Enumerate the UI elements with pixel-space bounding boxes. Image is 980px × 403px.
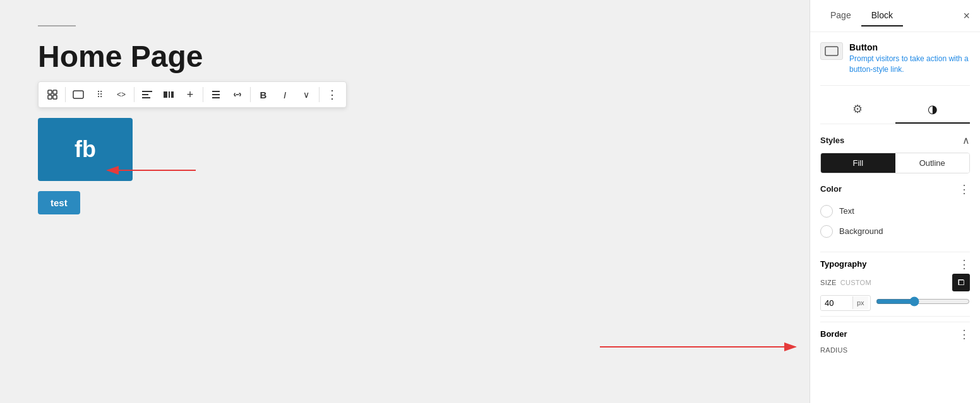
fb-button-label: fb bbox=[75, 136, 96, 163]
test-button-label: test bbox=[51, 197, 68, 208]
toolbar-divider-5 bbox=[319, 87, 320, 102]
background-color-label: Background bbox=[839, 226, 883, 236]
sidebar-close-btn[interactable]: × bbox=[963, 10, 970, 21]
align-wide-btn[interactable] bbox=[158, 85, 179, 105]
block-switcher-btn[interactable] bbox=[42, 85, 63, 105]
size-controls: px bbox=[820, 295, 970, 311]
svg-rect-1 bbox=[53, 90, 57, 94]
slider-wrap bbox=[876, 296, 970, 309]
button-inner-btn[interactable] bbox=[68, 85, 88, 105]
code-icon: <> bbox=[117, 90, 126, 99]
gear-icon: ⚙ bbox=[852, 102, 863, 116]
svg-rect-5 bbox=[142, 91, 152, 92]
sliders-icon: ⧠ bbox=[957, 278, 965, 287]
svg-rect-11 bbox=[212, 91, 220, 92]
border-more-btn[interactable]: ⋮ bbox=[959, 329, 970, 340]
top-divider bbox=[38, 25, 76, 26]
arrow-size bbox=[600, 334, 810, 359]
color-more-btn[interactable]: ⋮ bbox=[959, 184, 970, 195]
fill-outline-toggle: Fill Outline bbox=[820, 153, 970, 173]
color-label: Color bbox=[820, 184, 842, 194]
typography-label: Typography bbox=[820, 259, 866, 269]
styles-collapse-btn[interactable]: ∧ bbox=[962, 134, 970, 146]
color-text-row: Text bbox=[820, 201, 970, 221]
tab-block[interactable]: Block bbox=[861, 5, 903, 26]
size-custom-label: CUSTOM bbox=[840, 279, 871, 286]
size-input-wrap: px bbox=[820, 295, 871, 311]
plus-icon: + bbox=[187, 88, 194, 102]
svg-rect-4 bbox=[73, 91, 83, 98]
toolbar-divider-2 bbox=[134, 87, 134, 102]
block-details: Button Prompt visitors to take action wi… bbox=[849, 42, 970, 75]
svg-rect-7 bbox=[142, 97, 150, 98]
color-section: Color ⋮ Text Background bbox=[820, 184, 970, 242]
block-toolbar: ⠿ <> + B I bbox=[38, 81, 347, 108]
radius-label: RADIUS bbox=[820, 346, 847, 354]
svg-rect-8 bbox=[164, 91, 167, 98]
svg-rect-9 bbox=[169, 91, 170, 98]
svg-rect-3 bbox=[53, 95, 57, 99]
insert-btn[interactable]: + bbox=[180, 85, 200, 105]
more-rich-btn[interactable]: ∨ bbox=[296, 85, 316, 105]
code-btn[interactable]: <> bbox=[111, 85, 131, 105]
styles-label: Styles bbox=[820, 136, 844, 145]
svg-rect-13 bbox=[212, 97, 220, 98]
fill-btn[interactable]: Fill bbox=[821, 153, 895, 173]
toolbar-divider-3 bbox=[203, 87, 203, 102]
size-unit: px bbox=[852, 296, 868, 309]
background-color-swatch[interactable] bbox=[820, 225, 833, 238]
canvas-area: WITH THE PATCH: BACKEND(EDITOR) Home Pag… bbox=[0, 0, 810, 403]
more-options-icon: ⋮ bbox=[326, 88, 338, 102]
border-section-header: Border ⋮ bbox=[820, 322, 970, 344]
toolbar-divider-1 bbox=[65, 87, 66, 102]
toolbar-divider-4 bbox=[250, 87, 251, 102]
text-color-label: Text bbox=[839, 206, 854, 216]
options-btn[interactable]: ⋮ bbox=[322, 85, 342, 105]
right-sidebar: Page Block × Button Prompt visitors to t… bbox=[810, 0, 980, 403]
typography-settings-btn[interactable]: ⧠ bbox=[952, 274, 970, 291]
size-input[interactable] bbox=[821, 296, 852, 310]
outline-btn[interactable]: Outline bbox=[895, 153, 970, 173]
page-title: Home Page bbox=[38, 39, 772, 74]
block-description: Prompt visitors to take action with a bu… bbox=[849, 54, 970, 75]
contrast-icon: ◑ bbox=[928, 102, 938, 116]
block-info: Button Prompt visitors to take action wi… bbox=[820, 42, 970, 86]
align-left-btn[interactable] bbox=[137, 85, 157, 105]
svg-rect-0 bbox=[48, 90, 52, 94]
border-label: Border bbox=[820, 329, 847, 339]
svg-rect-12 bbox=[212, 94, 220, 95]
settings-tab[interactable]: ⚙ bbox=[820, 96, 895, 124]
block-icon bbox=[820, 42, 843, 60]
italic-btn[interactable]: I bbox=[275, 85, 295, 105]
fb-button[interactable]: fb bbox=[38, 118, 133, 181]
border-section: Border ⋮ RADIUS bbox=[820, 316, 970, 355]
style-tab-group: ⚙ ◑ bbox=[820, 96, 970, 124]
block-title: Button bbox=[849, 42, 970, 52]
color-background-row: Background bbox=[820, 221, 970, 242]
size-slider[interactable] bbox=[876, 296, 970, 307]
drag-btn[interactable]: ⠿ bbox=[90, 85, 110, 105]
link-btn[interactable] bbox=[227, 85, 248, 105]
styles-tab[interactable]: ◑ bbox=[895, 96, 971, 124]
svg-rect-2 bbox=[48, 95, 52, 99]
test-button[interactable]: test bbox=[38, 191, 80, 214]
color-section-header: Color ⋮ bbox=[820, 184, 970, 195]
size-label-row: SIZE CUSTOM ⧠ bbox=[820, 274, 970, 291]
sidebar-content: Button Prompt visitors to take action wi… bbox=[810, 32, 980, 365]
typography-section-header: Typography ⋮ bbox=[820, 252, 970, 274]
styles-section-header: Styles ∧ bbox=[820, 134, 970, 146]
svg-rect-6 bbox=[142, 94, 148, 95]
justify-btn[interactable] bbox=[206, 85, 226, 105]
text-color-swatch[interactable] bbox=[820, 205, 833, 218]
sidebar-tab-group: Page Block bbox=[820, 5, 903, 26]
tab-page[interactable]: Page bbox=[820, 5, 861, 26]
bold-btn[interactable]: B bbox=[253, 85, 273, 105]
typography-more-btn[interactable]: ⋮ bbox=[959, 259, 970, 270]
chevron-down-icon: ∨ bbox=[303, 90, 309, 100]
drag-icon: ⠿ bbox=[97, 90, 103, 100]
svg-rect-18 bbox=[825, 47, 838, 55]
size-label: SIZE bbox=[820, 279, 837, 286]
sidebar-header: Page Block × bbox=[810, 0, 980, 32]
svg-rect-10 bbox=[171, 91, 174, 98]
